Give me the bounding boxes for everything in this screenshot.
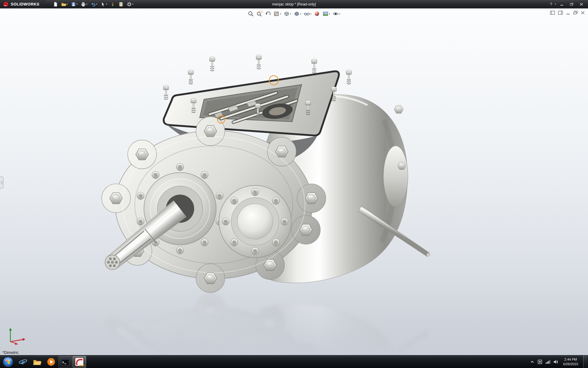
tray-app-icon[interactable]: [537, 359, 542, 364]
zoom-to-area-button[interactable]: [256, 10, 263, 17]
save-button[interactable]: ▾: [70, 1, 79, 8]
show-desktop-button[interactable]: [583, 355, 587, 368]
rebuild-button[interactable]: [109, 1, 116, 8]
taskbar-solidworks-2015[interactable]: 2015: [73, 356, 86, 368]
command-prompt-icon: [61, 358, 70, 366]
options-gear-icon: [126, 2, 132, 7]
media-player-icon: [47, 358, 55, 366]
view-settings-eye-icon: [333, 11, 339, 17]
apply-scene-button[interactable]: ▾: [322, 10, 331, 17]
dropdown-caret-icon: ▾: [86, 3, 88, 6]
dropdown-caret-icon: ▾: [67, 3, 68, 6]
dropdown-caret-icon: ▾: [329, 13, 330, 15]
help-button[interactable]: ?: [549, 2, 553, 6]
section-view-icon: [273, 11, 280, 17]
titlebar-toolbar: ▾ ▾ ▾ ▾ ▾: [52, 1, 134, 8]
file-properties-icon: [118, 2, 124, 7]
dropdown-caret-icon: ▾: [77, 3, 78, 6]
file-properties-button[interactable]: [117, 1, 125, 8]
taskbar-windows-explorer[interactable]: [30, 356, 44, 368]
view-orientation-label: *Dimetric: [2, 350, 19, 355]
taskbar: e 2015: [0, 355, 588, 368]
view-settings-button[interactable]: ▾: [332, 10, 341, 17]
taskbar-command-prompt[interactable]: [58, 356, 72, 368]
apply-scene-icon: [322, 11, 329, 17]
open-button[interactable]: ▾: [60, 1, 69, 8]
internet-explorer-icon: e: [18, 357, 28, 366]
display-style-icon: [294, 11, 300, 17]
options-button[interactable]: ▾: [126, 1, 134, 8]
dropdown-caret-icon: ▾: [310, 13, 311, 15]
dropdown-caret-icon: ▾: [290, 13, 291, 15]
clock-date: 6/26/2015: [563, 362, 578, 366]
title-bar: SOLIDWORKS ▾ ▾: [0, 0, 588, 8]
appearance-ball-icon: [314, 11, 320, 17]
clock-time: 2:44 PM: [563, 357, 578, 362]
window-controls: ? ▾: [549, 1, 588, 7]
3d-scene[interactable]: [0, 9, 588, 355]
select-button[interactable]: ▾: [99, 1, 108, 8]
network-icon[interactable]: [545, 360, 550, 364]
print-icon: [81, 2, 86, 7]
minimize-icon: [560, 3, 564, 6]
solidworks-swirl-icon: [3, 2, 9, 7]
dropdown-caret-icon: ▾: [96, 3, 97, 6]
windows-start-orb-icon: [2, 356, 13, 367]
collapsed-panel-tab[interactable]: [0, 177, 3, 188]
previous-view-button[interactable]: [264, 10, 272, 17]
edit-appearance-button[interactable]: [313, 10, 321, 17]
undo-button[interactable]: ▾: [89, 1, 98, 8]
folder-icon: [32, 358, 42, 366]
volume-icon[interactable]: [553, 360, 558, 364]
display-style-button[interactable]: ▾: [293, 10, 302, 17]
pane-toggle-right-icon[interactable]: [558, 11, 563, 15]
svg-text:e: e: [21, 358, 25, 366]
pane-toggle-left-icon[interactable]: [550, 11, 555, 15]
solidworks-version-badge: 2015: [79, 364, 85, 367]
document-restore-icon[interactable]: [573, 11, 578, 15]
start-button[interactable]: [0, 355, 16, 368]
save-icon: [71, 2, 76, 7]
help-dropdown-caret-icon[interactable]: ▾: [555, 3, 556, 6]
app-name: SOLIDWORKS: [11, 2, 40, 6]
select-cursor-icon: [100, 2, 106, 7]
orientation-triad: [6, 325, 30, 347]
rebuild-stoplight-icon: [110, 2, 115, 7]
zoom-to-fit-button[interactable]: [247, 10, 254, 17]
taskbar-media-player[interactable]: [44, 356, 58, 368]
new-file-button[interactable]: [52, 1, 59, 8]
close-button[interactable]: [577, 1, 586, 7]
dropdown-caret-icon: ▾: [300, 13, 301, 15]
restore-icon: [570, 3, 573, 6]
graphics-viewport[interactable]: ▾ ▾ ▾ ▾: [0, 8, 588, 355]
open-folder-icon: [61, 2, 66, 7]
document-title: menjac sklop * [Read-only]: [272, 2, 316, 6]
hide-show-glasses-icon: [304, 11, 310, 17]
previous-view-icon: [265, 11, 271, 17]
close-icon: [580, 3, 583, 6]
heads-up-view-toolbar: ▾ ▾ ▾ ▾: [247, 10, 341, 17]
document-minimize-icon[interactable]: [566, 11, 570, 15]
reflection-fade: [0, 290, 588, 355]
expand-tray-icon[interactable]: [530, 360, 534, 364]
dropdown-caret-icon: ▾: [132, 3, 134, 6]
maximize-button[interactable]: [567, 1, 576, 7]
document-window-controls: [550, 11, 585, 15]
solidworks-logo: SOLIDWORKS: [0, 0, 47, 8]
hide-show-items-button[interactable]: ▾: [303, 10, 312, 17]
dropdown-caret-icon: ▾: [339, 13, 340, 15]
taskbar-internet-explorer[interactable]: e: [16, 356, 30, 368]
dropdown-caret-icon: ▾: [106, 3, 107, 6]
view-orientation-button[interactable]: ▾: [283, 10, 292, 17]
print-button[interactable]: ▾: [80, 1, 89, 8]
new-file-icon: [53, 2, 58, 7]
document-close-icon[interactable]: [581, 11, 585, 15]
section-view-button[interactable]: ▾: [273, 10, 282, 17]
undo-icon: [90, 2, 96, 7]
taskbar-clock[interactable]: 2:44 PM 6/26/2015: [561, 357, 580, 366]
system-tray: 2:44 PM 6/26/2015: [530, 355, 588, 368]
dropdown-caret-icon: ▾: [280, 13, 281, 15]
zoom-to-area-icon: [256, 11, 262, 17]
zoom-to-fit-icon: [248, 11, 254, 17]
minimize-button[interactable]: [557, 1, 566, 7]
